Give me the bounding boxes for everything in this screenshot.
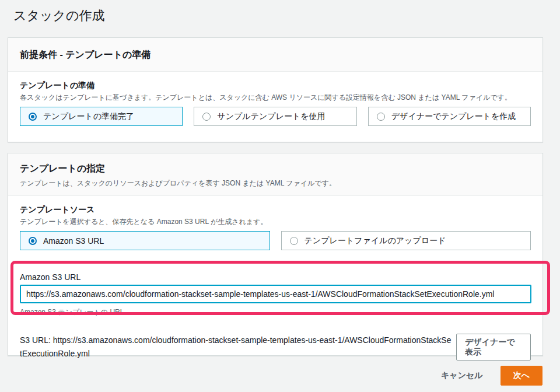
radio-option-upload-template-file[interactable]: テンプレートファイルのアップロード xyxy=(281,231,531,250)
radio-option-sample-template[interactable]: サンプルテンプレートを使用 xyxy=(194,107,356,126)
radio-option-create-in-designer[interactable]: デザイナーでテンプレートを作成 xyxy=(368,107,531,126)
s3-url-summary-text: S3 URL: https://s3.amazonaws.com/cloudfo… xyxy=(20,334,453,360)
prerequisite-card-header: 前提条件 - テンプレートの準備 xyxy=(8,38,542,72)
prerequisite-card-title: 前提条件 - テンプレートの準備 xyxy=(20,49,531,61)
prerequisite-card-body: テンプレートの準備 各スタックはテンプレートに基づきます。テンプレートとは、スタ… xyxy=(8,72,542,136)
s3-url-summary-row: S3 URL: https://s3.amazonaws.com/cloudfo… xyxy=(20,334,531,360)
specify-template-card-body: テンプレートソース テンプレートを選択すると、保存先となる Amazon S3 … xyxy=(8,196,542,371)
template-source-options: Amazon S3 URL テンプレートファイルのアップロード xyxy=(20,231,531,250)
wizard-footer: キャンセル 次へ xyxy=(441,366,542,386)
specify-template-card-title: テンプレートの指定 xyxy=(20,163,531,175)
template-source-description: テンプレートを選択すると、保存先となる Amazon S3 URL が生成されま… xyxy=(20,217,531,226)
s3-url-field-label: Amazon S3 URL xyxy=(20,272,531,282)
radio-unchecked-icon xyxy=(377,113,385,121)
s3-url-field-help: Amazon S3 テンプレートの URL xyxy=(20,307,531,317)
radio-option-label: サンプルテンプレートを使用 xyxy=(217,111,325,122)
radio-checked-icon xyxy=(29,237,37,245)
radio-option-amazon-s3-url[interactable]: Amazon S3 URL xyxy=(20,231,270,250)
view-in-designer-button[interactable]: デザイナーで表示 xyxy=(456,334,531,360)
cancel-button[interactable]: キャンセル xyxy=(441,370,483,381)
create-stack-page: スタックの作成 前提条件 - テンプレートの準備 テンプレートの準備 各スタック… xyxy=(0,0,560,392)
prerequisite-card: 前提条件 - テンプレートの準備 テンプレートの準備 各スタックはテンプレートに… xyxy=(8,37,543,142)
specify-template-card: テンプレートの指定 テンプレートは、スタックのリソースおよびプロパティを表す J… xyxy=(8,153,543,356)
template-prepare-label: テンプレートの準備 xyxy=(20,80,531,91)
next-button[interactable]: 次へ xyxy=(501,366,542,386)
s3-url-input[interactable] xyxy=(20,285,531,303)
template-prepare-description: 各スタックはテンプレートに基づきます。テンプレートとは、スタックに含む AWS … xyxy=(20,93,531,102)
radio-option-label: デザイナーでテンプレートを作成 xyxy=(391,111,516,122)
radio-option-template-ready[interactable]: テンプレートの準備完了 xyxy=(20,107,183,126)
template-prepare-options: テンプレートの準備完了 サンプルテンプレートを使用 デザイナーでテンプレートを作… xyxy=(20,107,531,126)
radio-unchecked-icon xyxy=(290,237,298,245)
radio-option-label: テンプレートファイルのアップロード xyxy=(304,236,446,246)
radio-checked-icon xyxy=(29,113,37,121)
specify-template-card-header: テンプレートの指定 テンプレートは、スタックのリソースおよびプロパティを表す J… xyxy=(8,153,542,196)
radio-unchecked-icon xyxy=(202,113,211,121)
page-title: スタックの作成 xyxy=(13,7,105,24)
specify-template-card-description: テンプレートは、スタックのリソースおよびプロパティを表す JSON または YA… xyxy=(20,178,531,188)
radio-option-label: テンプレートの準備完了 xyxy=(43,111,134,122)
radio-option-label: Amazon S3 URL xyxy=(43,236,104,246)
template-source-label: テンプレートソース xyxy=(20,205,531,215)
